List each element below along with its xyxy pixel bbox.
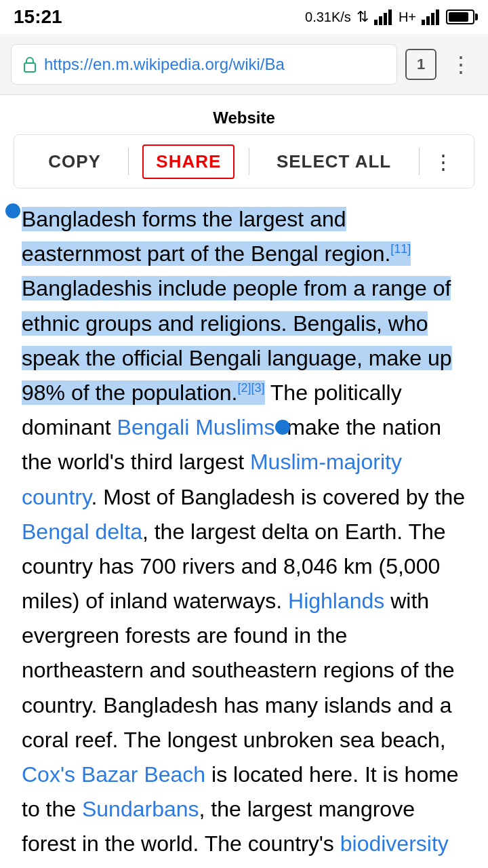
- svg-rect-0: [374, 20, 378, 25]
- url-container[interactable]: https://en.m.wikipedia.org/wiki/Ba: [11, 44, 397, 85]
- address-bar: https://en.m.wikipedia.org/wiki/Ba 1 ⋮: [0, 34, 488, 95]
- context-menu-bar: COPY SHARE SELECT ALL ⋮: [14, 134, 474, 189]
- link-biodiversity[interactable]: biodiversity: [340, 831, 449, 856]
- url-text[interactable]: https://en.m.wikipedia.org/wiki/Ba: [44, 55, 386, 74]
- link-sundarbans[interactable]: Sundarbans: [82, 797, 199, 821]
- selection-handle-left[interactable]: [5, 203, 20, 218]
- link-coxs-bazar[interactable]: Cox's Bazar Beach: [22, 762, 205, 787]
- link-highlands[interactable]: Highlands: [288, 589, 384, 613]
- context-bar-wrapper: Website COPY SHARE SELECT ALL ⋮: [0, 95, 488, 189]
- cite-ref-23[interactable]: [2][3]: [237, 380, 264, 405]
- svg-rect-2: [384, 13, 387, 25]
- link-bengal-delta[interactable]: Bengal delta: [22, 519, 142, 544]
- menu-dots-icon[interactable]: ⋮: [445, 49, 477, 80]
- signal-bars-2-icon: [422, 9, 441, 25]
- network-type: H+: [399, 9, 416, 25]
- signal-bars-icon: [374, 9, 393, 25]
- select-all-button[interactable]: SELECT ALL: [263, 144, 405, 179]
- content-paragraph: Bangladesh forms the largest and eastern…: [22, 202, 466, 862]
- svg-rect-4: [422, 20, 425, 25]
- svg-rect-7: [436, 9, 439, 25]
- svg-rect-8: [24, 63, 35, 72]
- link-bengali-muslims[interactable]: Bengali Muslims: [117, 415, 281, 439]
- text-3: . Most of Bangladesh is covered by the: [92, 485, 465, 509]
- context-label: Website: [14, 102, 474, 134]
- separator-2: [249, 148, 249, 175]
- svg-rect-5: [426, 16, 430, 25]
- battery-icon: [446, 9, 474, 24]
- main-content: Bangladesh forms the largest and eastern…: [0, 195, 488, 868]
- more-options-button[interactable]: ⋮: [433, 150, 453, 174]
- selected-text-1: Bangladesh forms the largest and eastern…: [22, 207, 390, 266]
- cite-ref-11[interactable]: [11]: [390, 241, 411, 266]
- separator-1: [128, 148, 129, 175]
- signal-arrows-icon: ⇅: [357, 8, 369, 26]
- svg-rect-3: [388, 9, 392, 25]
- network-speed: 0.31K/s: [305, 9, 351, 25]
- svg-rect-6: [431, 13, 434, 25]
- separator-3: [419, 148, 420, 175]
- copy-button[interactable]: COPY: [35, 144, 115, 179]
- share-button[interactable]: SHARE: [142, 144, 235, 179]
- lock-icon: [22, 56, 37, 73]
- status-bar: 15:21 0.31K/s ⇅ H+: [0, 0, 488, 34]
- status-time: 15:21: [14, 6, 62, 28]
- tab-count[interactable]: 1: [405, 49, 436, 80]
- text-5: with evergreen forests are found in the …: [22, 589, 455, 752]
- status-icons: 0.31K/s ⇅ H+: [305, 8, 474, 26]
- svg-rect-1: [379, 16, 382, 25]
